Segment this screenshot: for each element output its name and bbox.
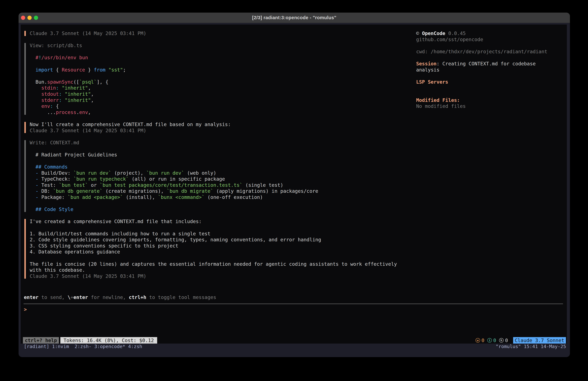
- info-count: 0: [493, 337, 496, 343]
- terminal-line: [416, 55, 566, 61]
- terminal-line: analysis: [416, 67, 566, 73]
- minimize-button[interactable]: [27, 16, 32, 20]
- assistant-accent-bar: [24, 31, 26, 36]
- tool-write-block: Write: CONTEXT.md # Radiant Project Guid…: [30, 140, 415, 212]
- terminal-line: #!/usr/bin/env bun: [30, 55, 415, 61]
- terminal-line: ## Commands: [30, 164, 415, 170]
- tool-accent-bar: [24, 43, 26, 115]
- terminal-line: Claude 3.7 Sonnet (14 May 2025 03:41 PM): [30, 128, 415, 134]
- tokens-cost-chip: Tokens: 16.4K (8%), Cost: $0.12: [60, 337, 157, 344]
- diagnostics-hints: h 0: [499, 337, 508, 343]
- terminal-line: cwd: /home/thdxr/dev/projects/radiant/ra…: [416, 49, 566, 55]
- terminal-line: Modified Files:: [416, 97, 566, 103]
- terminal-line: env: {: [30, 103, 415, 109]
- terminal-line: # Radiant Project Guidelines: [30, 152, 415, 158]
- terminal-line: The file is concise (20 lines) and captu…: [30, 261, 415, 267]
- terminal-line: [30, 61, 415, 67]
- terminal-line: stderr: "inherit",: [30, 97, 415, 103]
- tool-view-block: View: script/db.ts #!/usr/bin/env bun im…: [30, 43, 415, 115]
- assistant-message-header: Claude 3.7 Sonnet (14 May 2025 03:41 PM): [30, 30, 415, 37]
- chat-transcript: Claude 3.7 Sonnet (14 May 2025 03:41 PM)…: [30, 30, 415, 285]
- tmux-status-bar: [radiant] 1:nvim 2:zsh- 3:opencode* 4:zs…: [19, 344, 570, 349]
- terminal-line: Claude 3.7 Sonnet (14 May 2025 03:41 PM): [30, 30, 415, 37]
- terminal-line: 4. Database operations guidance: [30, 249, 415, 255]
- terminal-line: Now I'll create a comprehensive CONTEXT.…: [30, 121, 415, 128]
- terminal-line: No modified files: [416, 103, 566, 109]
- diagnostics-warnings: w 0: [476, 337, 484, 343]
- diagnostics-info: i 0: [487, 337, 496, 343]
- terminal-line: View: script/db.ts: [30, 43, 415, 49]
- tmux-session-info: "romulus" 15:41 14-May-25: [496, 344, 566, 349]
- terminal-line: 1. Build/lint/test commands including ho…: [30, 231, 415, 237]
- terminal-line: [30, 146, 415, 152]
- terminal-line: ...process.env,: [30, 109, 415, 115]
- message-input[interactable]: >: [24, 306, 27, 313]
- terminal-line: - Test: `bun test` or `bun test packages…: [30, 182, 415, 188]
- zoom-button[interactable]: [34, 16, 38, 20]
- session-info-sidebar: © OpenCode 0.0.45github.com/sst/opencode…: [416, 30, 566, 109]
- model-chip[interactable]: Claude 3.7 Sonnet: [513, 337, 566, 344]
- terminal-line: Claude 3.7 Sonnet (14 May 2025 03:41 PM): [30, 273, 415, 279]
- terminal-line: - DB: `bun db generate` (create migratio…: [30, 188, 415, 194]
- terminal-line: stdin: "inherit",: [30, 85, 415, 91]
- terminal-line: [416, 85, 566, 91]
- terminal-line: Bun.spawnSync([`psql`], {: [30, 79, 415, 85]
- assistant-summary-block: I've created a comprehensive CONTEXT.md …: [30, 218, 415, 279]
- terminal-line: 3. CSS styling conventions specific to t…: [30, 243, 415, 249]
- tokens-cost-label: Tokens: 16.4K (8%), Cost: $0.12: [63, 337, 154, 343]
- terminal-line: - Package: `bun add <package>` (install)…: [30, 194, 415, 200]
- terminal-line: - TypeCheck: `bun run typecheck` (all) o…: [30, 176, 415, 182]
- terminal-line: [30, 200, 415, 206]
- terminal-line: [416, 73, 566, 79]
- warning-count: 0: [482, 337, 484, 343]
- terminal-line: I've created a comprehensive CONTEXT.md …: [30, 218, 415, 224]
- hint-icon: h: [499, 338, 504, 343]
- hint-count: 0: [505, 337, 508, 343]
- keybinding-hint: enter to send, \+enter for newline, ctrl…: [24, 294, 216, 300]
- terminal-line: - Build/Dev: `bun run dev` (project), `b…: [30, 170, 415, 176]
- model-chip-label: Claude 3.7 Sonnet: [515, 337, 564, 343]
- terminal-line: [30, 255, 415, 261]
- assistant-message-block: Now I'll create a comprehensive CONTEXT.…: [30, 121, 415, 134]
- assistant-accent-bar: [24, 122, 26, 133]
- window-titlebar[interactable]: [2/3] radiant:3:opencode - "romulus": [19, 13, 570, 23]
- close-button[interactable]: [21, 16, 25, 20]
- tool-accent-bar: [24, 140, 26, 212]
- terminal-line: with this codebase.: [30, 267, 415, 273]
- info-icon: i: [487, 338, 492, 343]
- terminal-line: [30, 49, 415, 55]
- prompt-caret: >: [24, 307, 27, 312]
- warning-icon: w: [476, 338, 480, 343]
- terminal-line: [416, 91, 566, 97]
- help-chip-label: ctrl+? help: [25, 337, 57, 343]
- terminal-window: [2/3] radiant:3:opencode - "romulus" Cla…: [19, 13, 570, 357]
- terminal-line: github.com/sst/opencode: [416, 37, 566, 43]
- opencode-screen: Claude 3.7 Sonnet (14 May 2025 03:41 PM)…: [21, 24, 567, 344]
- terminal-line: [30, 224, 415, 231]
- terminal-line: import { Resource } from "sst";: [30, 67, 415, 73]
- window-title: [2/3] radiant:3:opencode - "romulus": [19, 15, 570, 20]
- terminal-line: ## Code Style: [30, 206, 415, 212]
- terminal-line: © OpenCode 0.0.45: [416, 30, 566, 37]
- desktop-background: [2/3] radiant:3:opencode - "romulus" Cla…: [0, 0, 588, 381]
- terminal-line: LSP Servers: [416, 79, 566, 85]
- window-controls: [21, 13, 38, 23]
- status-bar: ctrl+? help Tokens: 16.4K (8%), Cost: $0…: [23, 337, 566, 344]
- terminal-line: 2. Code style guidelines covering import…: [30, 237, 415, 243]
- assistant-accent-bar: [24, 219, 26, 279]
- terminal-line: stdout: "inherit",: [30, 91, 415, 97]
- input-divider: [23, 304, 563, 304]
- terminal-line: Write: CONTEXT.md: [30, 140, 415, 146]
- help-chip[interactable]: ctrl+? help: [23, 337, 59, 344]
- terminal-line: [30, 73, 415, 79]
- terminal-line: [30, 158, 415, 164]
- terminal-line: Session: Creating CONTEXT.md for codebas…: [416, 61, 566, 67]
- terminal-line: [416, 43, 566, 49]
- tmux-window-list[interactable]: [radiant] 1:nvim 2:zsh- 3:opencode* 4:zs…: [24, 344, 142, 349]
